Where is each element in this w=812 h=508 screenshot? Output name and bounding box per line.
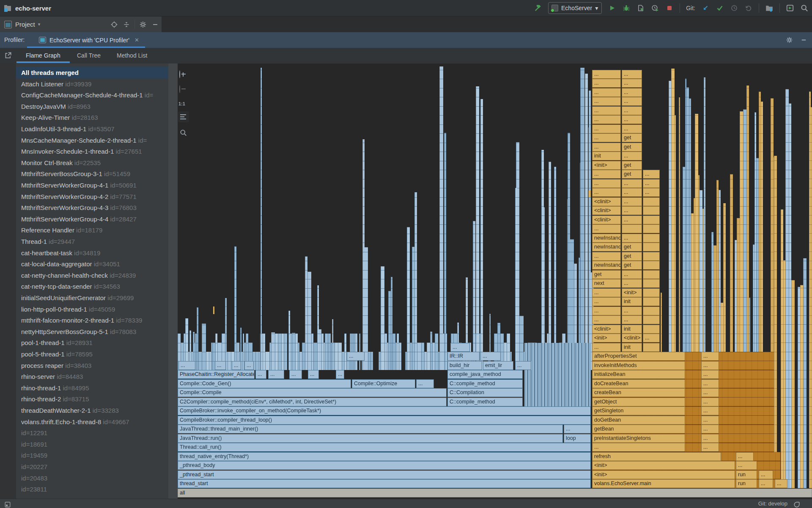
flame-frame[interactable]: <init>	[622, 288, 642, 297]
thread-list-item[interactable]: rhino-thread-1 id=84995	[16, 382, 177, 394]
flame-frame[interactable]: ...	[592, 170, 621, 179]
zoom-out-button[interactable]	[179, 86, 180, 93]
flame-frame[interactable]: ...	[592, 143, 621, 152]
flame-frame[interactable]	[643, 197, 660, 206]
flame-frame[interactable]: ...	[480, 352, 501, 361]
hide-panel-icon[interactable]	[799, 36, 808, 44]
flame-frame[interactable]: ...	[592, 306, 621, 315]
thread-list-item[interactable]: lion-http-poll-0-thread-1 id=45059	[16, 304, 177, 315]
project-structure-icon[interactable]	[765, 4, 774, 12]
flame-frame[interactable]: emit_lir	[483, 361, 513, 370]
tab-method-list[interactable]: Method List	[115, 48, 149, 63]
flame-frame[interactable]	[643, 261, 660, 270]
flame-frame[interactable]: ...	[701, 352, 719, 361]
flame-frame[interactable]: ...	[622, 234, 642, 243]
thread-list-item[interactable]: rhino-thread-2 id=83715	[16, 393, 177, 405]
thread-list-item[interactable]: nettyHttpServerBossGroup-5-1 id=78083	[16, 326, 177, 337]
profiler-button[interactable]	[651, 4, 659, 12]
flame-frame[interactable]: ...	[701, 406, 719, 415]
flame-frame[interactable]: init	[622, 325, 642, 334]
flame-frame[interactable]: ...	[592, 224, 621, 233]
flame-frame[interactable]: ...	[622, 179, 642, 188]
flame-frame[interactable]: ...	[622, 206, 642, 215]
flame-frame[interactable]: ...	[701, 361, 719, 370]
flame-frame[interactable]: ...	[268, 370, 284, 379]
flame-frame[interactable]: thread_native_entry(Thread*)	[178, 452, 591, 461]
thread-list-item[interactable]: cat-local-data-aggregator id=34051	[16, 258, 177, 270]
collapse-all-icon[interactable]	[122, 20, 131, 29]
flame-frame[interactable]: ...	[347, 352, 365, 361]
flame-frame[interactable]: ...	[592, 443, 685, 452]
thread-list-scrollbar[interactable]	[168, 64, 178, 499]
flame-frame[interactable]: invokeInitMethods	[592, 361, 685, 370]
flame-frame[interactable]: <clinit>	[592, 197, 621, 206]
thread-list-item[interactable]: cat-heartbeat-task id=34819	[16, 247, 177, 259]
flame-frame[interactable]	[622, 224, 642, 233]
thread-list-item[interactable]: Reference Handler id=18179	[16, 224, 177, 236]
thread-list-item[interactable]: initialSeedUniquifierGenerator id=29699	[16, 292, 177, 304]
flame-frame[interactable]: newInstance	[592, 234, 621, 243]
flame-frame[interactable]: Thread::call_run()	[178, 443, 591, 452]
flame-frame[interactable]: _pthread_body	[178, 461, 591, 470]
flame-frame[interactable]: get	[622, 170, 642, 179]
search-everywhere-icon[interactable]	[800, 4, 809, 12]
flame-frame[interactable]	[643, 315, 660, 324]
zoom-in-button[interactable]	[179, 71, 180, 78]
flame-frame[interactable]: ...	[215, 361, 226, 370]
flame-frame[interactable]: ...	[308, 370, 319, 379]
flame-frame[interactable]: ...	[289, 370, 302, 379]
flame-frame[interactable]: <clinit>	[592, 215, 621, 224]
flame-frame[interactable]: getObject	[592, 398, 685, 406]
flame-frame[interactable]: ...	[592, 70, 621, 79]
flame-frame[interactable]: ...	[244, 361, 254, 370]
flame-frame[interactable]: <clinit>	[592, 206, 621, 215]
flame-frame[interactable]: loop	[564, 434, 591, 443]
flame-frame[interactable]: all	[178, 489, 812, 497]
flame-frame[interactable]: C::Compilation	[447, 388, 523, 397]
flame-frame[interactable]: ...	[622, 124, 642, 133]
flame-frame[interactable]: ...	[701, 443, 719, 452]
flame-frame[interactable]: init	[622, 343, 642, 352]
flame-frame[interactable]	[643, 252, 660, 261]
toolwindow-toggle-icon[interactable]	[3, 500, 12, 508]
flame-frame[interactable]: get	[622, 252, 642, 261]
thread-list-item[interactable]: pool-5-thread-1 id=78595	[16, 348, 177, 360]
flame-frame[interactable]: ...	[592, 97, 621, 106]
flame-frame[interactable]: ...	[701, 388, 719, 397]
flame-frame[interactable]: ...	[643, 188, 660, 197]
flame-frame[interactable]: ...	[592, 133, 621, 142]
thread-list-item[interactable]: Monitor Ctrl-Break id=22535	[16, 157, 177, 168]
flame-frame[interactable]: ...	[592, 115, 621, 124]
flame-frame[interactable]: <init>	[592, 334, 621, 342]
flame-frame[interactable]: preInstantiateSingletons	[592, 434, 685, 443]
flame-frame[interactable]: ...	[592, 343, 621, 352]
thread-list-item[interactable]: MtthriftServerWorkerGroup-4-4 id=28427	[16, 213, 177, 225]
flame-frame[interactable]: ...	[622, 115, 642, 124]
debug-button[interactable]	[622, 4, 631, 12]
flame-frame[interactable]: ...	[622, 97, 642, 106]
flame-frame[interactable]: ...	[701, 434, 719, 443]
flame-frame[interactable]	[643, 306, 660, 315]
flame-frame[interactable]: ...	[592, 124, 621, 133]
thread-list-item[interactable]: id=20483	[16, 472, 177, 484]
stop-button[interactable]	[665, 4, 674, 12]
flame-frame[interactable]: ...	[592, 179, 621, 188]
flame-frame[interactable]: CompileBroker::invoke_compiler_on_method…	[178, 406, 591, 415]
flame-frame[interactable]: Compile::Compile	[178, 388, 447, 397]
thread-list-item[interactable]: pool-1-thread-1 id=28931	[16, 337, 177, 348]
flame-frame[interactable]: get	[622, 143, 642, 152]
profiler-session-tab[interactable]: EchoServer with 'CPU Profiler' ✕	[27, 32, 145, 48]
thread-list-item[interactable]: Thread-1 id=29447	[16, 236, 177, 247]
flame-frame[interactable]: ...	[592, 315, 621, 324]
flame-frame[interactable]: ...	[701, 379, 719, 388]
thread-list-item[interactable]: Attach Listener id=39939	[16, 78, 177, 90]
thread-list-item[interactable]: volans.thrift.Echo-1-thread-8 id=49667	[16, 416, 177, 428]
flame-frame[interactable]: ...	[178, 361, 195, 370]
git-update-icon[interactable]	[701, 4, 710, 12]
flame-frame[interactable]: ...	[643, 170, 660, 179]
flame-frame[interactable]	[643, 224, 660, 233]
thread-list-item[interactable]: id=23811	[16, 483, 177, 495]
thread-list-item[interactable]: id=20227	[16, 461, 177, 472]
flame-frame[interactable]: doGetBean	[592, 416, 685, 425]
flame-frame[interactable]: ...	[592, 106, 621, 115]
